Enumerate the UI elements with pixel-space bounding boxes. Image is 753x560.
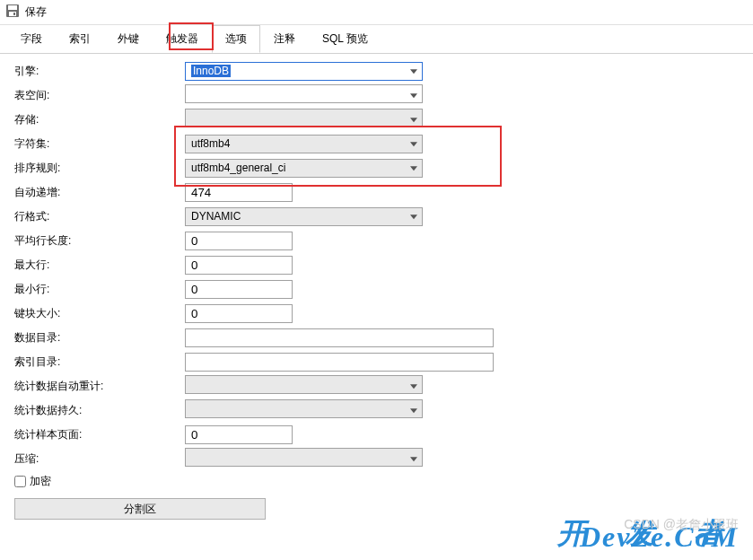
tab-triggers[interactable]: 触发器	[153, 25, 212, 53]
storage-select[interactable]	[185, 109, 423, 127]
tablespace-select[interactable]	[185, 84, 423, 103]
keyblock-input[interactable]	[185, 304, 293, 323]
rowformat-select[interactable]: DYNAMIC	[185, 207, 423, 226]
save-icon	[5, 4, 25, 21]
stats-sample-label: 统计样本页面:	[14, 427, 185, 442]
indexdir-input[interactable]	[185, 353, 494, 372]
encrypt-label: 加密	[30, 474, 51, 489]
tablespace-label: 表空间:	[14, 88, 185, 103]
engine-select[interactable]: InnoDB	[185, 62, 423, 81]
svg-rect-1	[8, 5, 17, 10]
charset-label: 字符集:	[14, 136, 185, 152]
datadir-label: 数据目录:	[14, 330, 185, 346]
stats-persist-label: 统计数据持久:	[14, 403, 185, 418]
rowformat-label: 行格式:	[14, 209, 185, 224]
collation-select[interactable]: utf8mb4_general_ci	[185, 159, 423, 178]
stats-recalc-select[interactable]	[185, 375, 423, 394]
avgrowlen-label: 平均行长度:	[14, 233, 185, 249]
maxrows-label: 最大行:	[14, 258, 185, 273]
encrypt-checkbox[interactable]	[14, 476, 26, 487]
avgrowlen-input[interactable]	[185, 232, 293, 250]
autoinc-input[interactable]	[185, 183, 293, 202]
stats-sample-input[interactable]	[185, 425, 293, 444]
window-header: 保存	[0, 0, 753, 25]
datadir-input[interactable]	[185, 328, 494, 347]
stats-persist-select[interactable]	[185, 399, 423, 418]
indexdir-label: 索引目录:	[14, 354, 185, 370]
engine-label: 引擎:	[14, 64, 185, 79]
save-label[interactable]: 保存	[25, 4, 47, 20]
compress-label: 压缩:	[14, 451, 185, 467]
encrypt-row: 加密	[14, 474, 744, 489]
collation-label: 排序规则:	[14, 161, 185, 176]
tab-fields[interactable]: 字段	[7, 25, 56, 53]
options-form: 引擎: InnoDB 表空间: 存储: 字符集: utf8mb4 排序规则: u…	[0, 54, 753, 523]
storage-label: 存储:	[14, 112, 185, 127]
maxrows-input[interactable]	[185, 256, 293, 275]
tab-comment[interactable]: 注释	[260, 25, 309, 53]
partition-button[interactable]: 分割区	[14, 498, 266, 520]
autoinc-label: 自动递增:	[14, 185, 185, 200]
svg-rect-3	[13, 13, 15, 15]
minrows-label: 最小行:	[14, 282, 185, 297]
keyblock-label: 键块大小:	[14, 306, 185, 321]
tab-sql-preview[interactable]: SQL 预览	[309, 25, 381, 53]
tab-options[interactable]: 选项	[212, 25, 260, 53]
table-tabs: 字段 索引 外键 触发器 选项 注释 SQL 预览	[0, 25, 753, 54]
charset-select[interactable]: utf8mb4	[185, 135, 423, 153]
minrows-input[interactable]	[185, 280, 293, 299]
compress-select[interactable]	[185, 448, 423, 467]
tab-foreign-keys[interactable]: 外键	[104, 25, 153, 53]
tab-indexes[interactable]: 索引	[56, 25, 104, 53]
watermark: 开 发 者 CSDN @老詹小跟班 DevZe.CoM	[557, 519, 739, 551]
stats-recalc-label: 统计数据自动重计:	[14, 379, 185, 394]
